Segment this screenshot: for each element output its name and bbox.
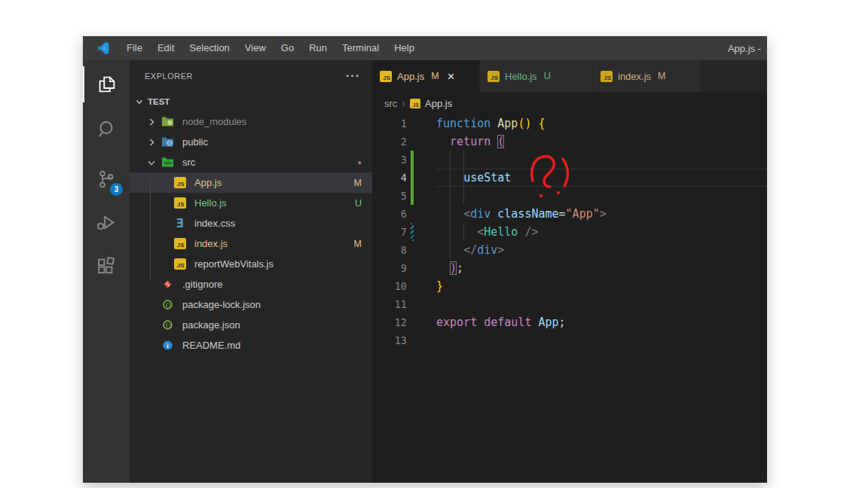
code-line-1[interactable]: 1function App() { (372, 114, 767, 133)
line-number: 3 (372, 151, 407, 169)
breadcrumb-folder[interactable]: src (384, 98, 397, 109)
code-editor[interactable]: 1function App() {2 return (34 useStat56 … (372, 114, 767, 349)
chevron-right-icon (146, 117, 157, 127)
tree-item-public[interactable]: public (130, 132, 372, 152)
tab-app-js[interactable]: JSApp.jsM× (372, 60, 480, 92)
git-gutter-added-indicator (411, 151, 414, 169)
tree-item--gitignore[interactable]: .gitignore (130, 274, 372, 294)
tab-bar: JSApp.jsM×JSHello.jsUJSindex.jsM (372, 60, 767, 92)
git-gutter-added-indicator (411, 169, 414, 187)
git-status-badge: M (354, 239, 362, 249)
extensions-activity-button[interactable] (83, 249, 130, 285)
tab-index-js[interactable]: JSindex.jsM (593, 60, 701, 92)
git-status-badge: U (544, 71, 551, 81)
tree-item-package-json[interactable]: {}package.json (130, 315, 372, 335)
tree-item-package-lock-json[interactable]: {}package-lock.json (130, 294, 372, 315)
git-gutter-modified-indicator (411, 223, 414, 241)
menu-item-terminal[interactable]: Terminal (335, 36, 387, 60)
code-line-5[interactable]: 5 (372, 187, 767, 205)
line-number: 11 (372, 295, 407, 313)
explorer-title: EXPLORER (145, 72, 193, 81)
git-gutter (411, 295, 414, 313)
tree-item-hello-js[interactable]: JSHello.jsU (130, 193, 372, 213)
menu-item-go[interactable]: Go (274, 36, 301, 60)
line-number: 2 (372, 133, 407, 151)
tab-hello-js[interactable]: JSHello.jsU (480, 60, 593, 92)
json-file-icon: {} (161, 319, 174, 331)
run-debug-activity-button[interactable] (83, 205, 130, 241)
line-number: 1 (372, 114, 407, 133)
breadcrumb-separator: › (402, 97, 405, 109)
line-number: 9 (372, 259, 407, 277)
menu-item-file[interactable]: File (119, 36, 150, 60)
git-status-badge: U (355, 198, 362, 209)
tree-item-reportwebvitals-js[interactable]: JSreportWebVitals.js (130, 254, 372, 274)
code-text (436, 187, 767, 205)
git-status-badge: ● (358, 159, 362, 166)
menu-item-edit[interactable]: Edit (150, 36, 182, 60)
css-file-icon: Ǝ (173, 218, 186, 230)
code-text (436, 331, 767, 349)
json-file-icon: {} (161, 299, 174, 311)
line-number: 5 (372, 187, 407, 205)
tree-item-app-js[interactable]: JSApp.jsM (130, 172, 372, 193)
folder-src-icon: </> (161, 157, 174, 169)
run-debug-icon (95, 212, 118, 234)
line-number: 6 (372, 205, 407, 223)
file-name: README.md (182, 340, 240, 351)
menu-item-view[interactable]: View (237, 36, 274, 60)
menu-item-selection[interactable]: Selection (182, 36, 237, 60)
extensions-icon (95, 255, 118, 278)
scm-changes-badge: 3 (110, 183, 123, 196)
git-gutter (411, 313, 414, 331)
activity-bar: 3 (83, 60, 130, 483)
file-tree: node_modulespublic</>src●JSApp.jsMJSHell… (130, 111, 372, 355)
code-text: </div> (436, 241, 767, 259)
more-actions-icon[interactable]: ··· (346, 72, 360, 80)
explorer-activity-button[interactable] (83, 66, 130, 102)
tree-item-src[interactable]: </>src● (130, 152, 372, 172)
code-line-9[interactable]: 9 ); (372, 259, 767, 277)
js-file-icon: JS (487, 71, 500, 82)
menu-item-help[interactable]: Help (387, 36, 422, 60)
code-line-8[interactable]: 8 </div> (372, 241, 767, 259)
code-line-6[interactable]: 6 <div className="App"> (372, 205, 767, 223)
code-line-7[interactable]: 7 <Hello /> (372, 223, 767, 241)
source-control-activity-button[interactable]: 3 (83, 161, 130, 197)
menu-item-run[interactable]: Run (301, 36, 335, 60)
file-name: reportWebVitals.js (194, 258, 274, 270)
editor-group: JSApp.jsM×JSHello.jsUJSindex.jsM src › J… (372, 60, 767, 483)
search-activity-button[interactable] (83, 111, 130, 148)
file-name: src (182, 157, 195, 168)
line-number: 8 (372, 241, 407, 259)
code-line-12[interactable]: 12export default App; (372, 313, 767, 331)
tree-item-index-css[interactable]: Ǝindex.css (130, 213, 372, 233)
code-line-10[interactable]: 10} (372, 277, 767, 295)
git-gutter (411, 205, 414, 223)
breadcrumb-file[interactable]: App.js (425, 98, 452, 109)
code-line-4[interactable]: 4 useStat (372, 169, 767, 187)
tree-item-index-js[interactable]: JSindex.jsM (130, 233, 372, 254)
svg-text:{}: {} (165, 322, 171, 328)
code-line-11[interactable]: 11 (372, 295, 767, 313)
search-icon (95, 118, 118, 141)
code-text: <div className="App"> (436, 205, 767, 223)
line-number: 10 (372, 277, 407, 295)
code-text (436, 151, 767, 169)
tree-item-node-modules[interactable]: node_modules (130, 111, 372, 132)
file-name: package-lock.json (182, 299, 261, 310)
tree-item-readme-md[interactable]: iREADME.md (130, 335, 372, 355)
workspace-section-test[interactable]: TEST (130, 92, 372, 111)
file-name: Hello.js (194, 197, 227, 209)
code-line-3[interactable]: 3 (372, 151, 767, 169)
code-line-2[interactable]: 2 return ( (372, 133, 767, 151)
file-name: .gitignore (182, 279, 222, 290)
tab-label: App.js (397, 71, 424, 82)
git-file-icon (161, 279, 174, 291)
close-icon[interactable]: × (448, 70, 455, 83)
tab-label: Hello.js (505, 71, 537, 82)
chevron-right-icon (146, 137, 157, 148)
vscode-logo-icon (95, 41, 110, 56)
folder-public-icon (161, 136, 174, 148)
code-line-13[interactable]: 13 (372, 331, 767, 349)
